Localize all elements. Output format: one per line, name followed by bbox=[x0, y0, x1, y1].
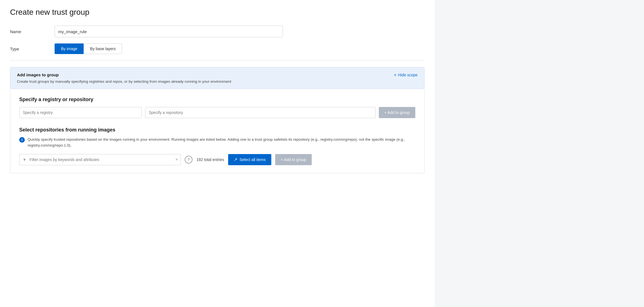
chevron-up-icon: ∧ bbox=[394, 73, 397, 77]
section-container: Specify a registry or repository + Add t… bbox=[10, 89, 425, 173]
help-icon[interactable]: ? bbox=[185, 156, 192, 164]
scope-panel: Add images to group ∧ Hide scope Create … bbox=[10, 67, 425, 89]
total-entries-label: 192 total entries bbox=[196, 157, 224, 162]
type-by-base-layers-button[interactable]: By base layers bbox=[84, 43, 122, 54]
filter-icon: ▼ bbox=[23, 157, 26, 162]
specify-repository-input[interactable] bbox=[145, 107, 375, 118]
name-label: Name bbox=[10, 29, 55, 34]
divider bbox=[10, 60, 425, 60]
filter-input-wrapper: ▼ × bbox=[19, 154, 181, 165]
type-row: Type By image By base layers bbox=[10, 43, 425, 54]
registry-add-to-group-button[interactable]: + Add to group bbox=[379, 107, 415, 118]
registry-repo-area: Specify a registry or repository + Add t… bbox=[19, 97, 415, 118]
hide-scope-button[interactable]: ∧ Hide scope bbox=[394, 73, 418, 77]
scope-header: Add images to group ∧ Hide scope bbox=[17, 72, 418, 77]
type-label: Type bbox=[10, 47, 55, 51]
registry-repo-row: + Add to group bbox=[19, 107, 415, 118]
scope-description: Create trust groups by manually specifyi… bbox=[17, 79, 418, 84]
hide-scope-label: Hide scope bbox=[398, 73, 418, 77]
running-images-add-to-group-button[interactable]: + Add to group bbox=[275, 154, 312, 165]
specify-registry-input[interactable] bbox=[19, 107, 142, 118]
type-button-group: By image By base layers bbox=[55, 43, 122, 54]
select-all-icon: ↗ bbox=[234, 157, 237, 162]
select-all-label: Select all items bbox=[240, 157, 266, 162]
running-images-subtitle: Select repositories from running images bbox=[19, 127, 415, 133]
info-icon: i bbox=[19, 137, 25, 143]
select-all-items-button[interactable]: ↗ Select all items bbox=[228, 154, 271, 165]
scope-title: Add images to group bbox=[17, 72, 59, 77]
filter-clear-button[interactable]: × bbox=[175, 157, 178, 162]
running-images-section: Select repositories from running images … bbox=[19, 127, 415, 165]
filter-row: ▼ × ? 192 total entries ↗ Select all ite… bbox=[19, 154, 415, 165]
name-input[interactable] bbox=[55, 26, 283, 37]
filter-images-input[interactable] bbox=[19, 154, 181, 165]
page-container: Create new trust group Name Type By imag… bbox=[0, 0, 435, 307]
page-title: Create new trust group bbox=[10, 8, 425, 17]
name-row: Name bbox=[10, 26, 425, 37]
info-box: i Quickly specify trusted repositories b… bbox=[19, 137, 415, 148]
type-by-image-button[interactable]: By image bbox=[55, 43, 84, 54]
registry-section-subtitle: Specify a registry or repository bbox=[19, 97, 415, 103]
info-text: Quickly specify trusted repositories bas… bbox=[28, 137, 415, 148]
